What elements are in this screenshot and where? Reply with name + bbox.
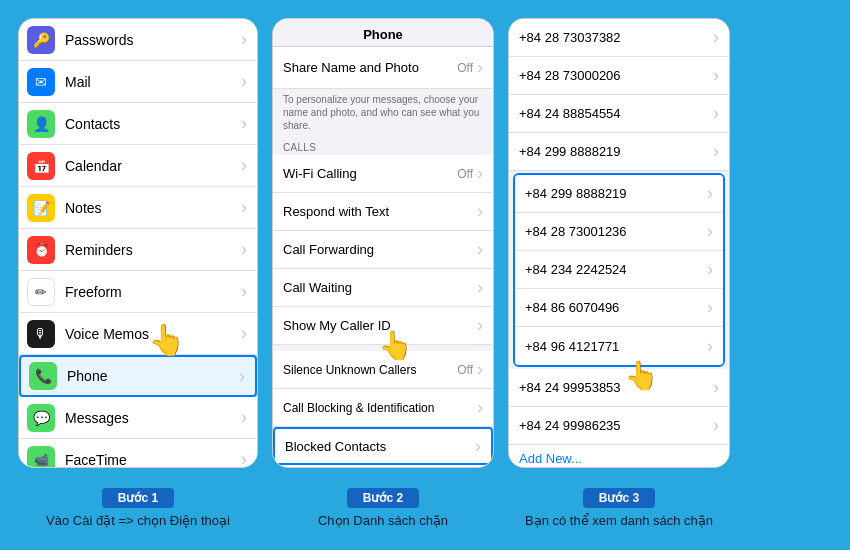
contact-after-2-chevron (713, 415, 719, 436)
call-forwarding-chevron (477, 239, 483, 260)
respond-text-row[interactable]: Respond with Text (273, 193, 493, 231)
mail-chevron (241, 71, 247, 92)
step-3-description: Bạn có thể xem danh sách chặn (525, 512, 713, 530)
respond-text-chevron (477, 201, 483, 222)
wifi-calling-row[interactable]: Wi-Fi Calling Off (273, 155, 493, 193)
contact-item-2[interactable]: +84 28 73000206 (509, 57, 729, 95)
reminders-chevron (241, 239, 247, 260)
share-name-label: Share Name and Photo (283, 60, 457, 76)
call-blocking-label: Call Blocking & Identification (283, 401, 477, 415)
calendar-label: Calendar (65, 158, 241, 174)
mail-label: Mail (65, 74, 241, 90)
panel-2-title: Phone (363, 27, 403, 42)
contact-after-number-1: +84 24 99953853 (519, 380, 713, 395)
contacts-list: +84 28 73037382 +84 28 73000206 +84 24 8… (509, 19, 729, 467)
step-2-badge: Bước 2 (347, 488, 419, 508)
panel-3-frame: +84 28 73037382 +84 28 73000206 +84 24 8… (508, 18, 730, 468)
messages-chevron (241, 407, 247, 428)
selected-3-chevron (707, 259, 713, 280)
contact-number-2: +84 28 73000206 (519, 68, 713, 83)
settings-item-passwords[interactable]: 🔑 Passwords (19, 19, 257, 61)
wifi-calling-value: Off (457, 167, 473, 181)
silence-callers-value: Off (457, 363, 473, 377)
call-blocking-chevron (477, 397, 483, 418)
add-new-button[interactable]: Add New... (509, 445, 729, 467)
selected-number-2: +84 28 73001236 (525, 224, 707, 239)
selected-contact-1[interactable]: +84 299 8888219 (515, 175, 723, 213)
share-name-row[interactable]: Share Name and Photo Off (273, 47, 493, 89)
contact-number-1: +84 28 73037382 (519, 30, 713, 45)
passwords-label: Passwords (65, 32, 241, 48)
contact-after-2[interactable]: +84 24 99986235 (509, 407, 729, 445)
notes-chevron (241, 197, 247, 218)
contact-3-chevron (713, 103, 719, 124)
share-name-value: Off (457, 61, 473, 75)
settings-item-phone[interactable]: 📞 Phone (19, 355, 257, 397)
phone-label: Phone (67, 368, 239, 384)
notes-icon: 📝 (27, 194, 55, 222)
freeform-label: Freeform (65, 284, 241, 300)
settings-item-calendar[interactable]: 📅 Calendar (19, 145, 257, 187)
panel-1-frame: 🔑 Passwords ✉ Mail 👤 Contacts 📅 Calendar (18, 18, 258, 468)
facetime-icon: 📹 (27, 446, 55, 468)
settings-item-contacts[interactable]: 👤 Contacts (19, 103, 257, 145)
selected-contact-3[interactable]: +84 234 2242524 (515, 251, 723, 289)
selected-2-chevron (707, 221, 713, 242)
phone-icon: 📞 (29, 362, 57, 390)
call-waiting-row[interactable]: Call Waiting (273, 269, 493, 307)
facetime-label: FaceTime (65, 452, 241, 468)
settings-item-mail[interactable]: ✉ Mail (19, 61, 257, 103)
voicememos-chevron (241, 323, 247, 344)
selected-1-chevron (707, 183, 713, 204)
blocked-contacts-label: Blocked Contacts (285, 439, 475, 454)
settings-item-facetime[interactable]: 📹 FaceTime (19, 439, 257, 467)
share-name-chevron (477, 57, 483, 78)
selected-number-3: +84 234 2242524 (525, 262, 707, 277)
contact-after-1[interactable]: +84 24 99953853 (509, 369, 729, 407)
selected-contact-5[interactable]: +84 96 4121771 (515, 327, 723, 365)
settings-item-reminders[interactable]: ⏰ Reminders (19, 229, 257, 271)
reminders-label: Reminders (65, 242, 241, 258)
call-waiting-chevron (477, 277, 483, 298)
show-caller-id-row[interactable]: Show My Caller ID (273, 307, 493, 345)
phone-settings: Phone Share Name and Photo Off To person… (273, 19, 493, 467)
messages-label: Messages (65, 410, 241, 426)
calls-section-header: CALLS (273, 136, 493, 155)
notes-label: Notes (65, 200, 241, 216)
step-3-badge: Bước 3 (583, 488, 655, 508)
settings-item-freeform[interactable]: ✏ Freeform (19, 271, 257, 313)
silence-callers-label: Silence Unknown Callers (283, 363, 457, 377)
contact-after-number-2: +84 24 99986235 (519, 418, 713, 433)
mail-icon: ✉ (27, 68, 55, 96)
blocked-contacts-row[interactable]: Blocked Contacts (273, 427, 493, 465)
show-caller-id-label: Show My Caller ID (283, 318, 477, 333)
main-container: 🔑 Passwords ✉ Mail 👤 Contacts 📅 Calendar (0, 0, 850, 480)
bottom-section: Bước 1 Vào Cài đặt => chọn Điện thoại Bư… (0, 480, 850, 538)
settings-item-notes[interactable]: 📝 Notes (19, 187, 257, 229)
messages-icon: 💬 (27, 404, 55, 432)
contact-2-chevron (713, 65, 719, 86)
contact-number-3: +84 24 88854554 (519, 106, 713, 121)
step-col-3: Bước 3 Bạn có thể xem danh sách chặn (508, 488, 730, 530)
call-blocking-row[interactable]: Call Blocking & Identification (273, 389, 493, 427)
silence-callers-chevron (477, 359, 483, 380)
contact-number-4: +84 299 8888219 (519, 144, 713, 159)
panel-2-frame: Phone Share Name and Photo Off To person… (272, 18, 494, 468)
respond-text-label: Respond with Text (283, 204, 477, 219)
settings-item-voicememos[interactable]: 🎙 Voice Memos (19, 313, 257, 355)
selected-number-5: +84 96 4121771 (525, 339, 707, 354)
sms-reporting-row[interactable]: SMS/Call Reporting (273, 465, 493, 467)
selected-contact-4[interactable]: +84 86 6070496 (515, 289, 723, 327)
passwords-icon: 🔑 (27, 26, 55, 54)
contact-item-3[interactable]: +84 24 88854554 (509, 95, 729, 133)
call-forwarding-row[interactable]: Call Forwarding (273, 231, 493, 269)
freeform-icon: ✏ (27, 278, 55, 306)
contact-item-4[interactable]: +84 299 8888219 (509, 133, 729, 171)
settings-item-messages[interactable]: 💬 Messages (19, 397, 257, 439)
silence-callers-row[interactable]: Silence Unknown Callers Off (273, 351, 493, 389)
calendar-chevron (241, 155, 247, 176)
selected-contact-2[interactable]: +84 28 73001236 (515, 213, 723, 251)
reminders-icon: ⏰ (27, 236, 55, 264)
contacts-label: Contacts (65, 116, 241, 132)
contact-item-1[interactable]: +84 28 73037382 (509, 19, 729, 57)
